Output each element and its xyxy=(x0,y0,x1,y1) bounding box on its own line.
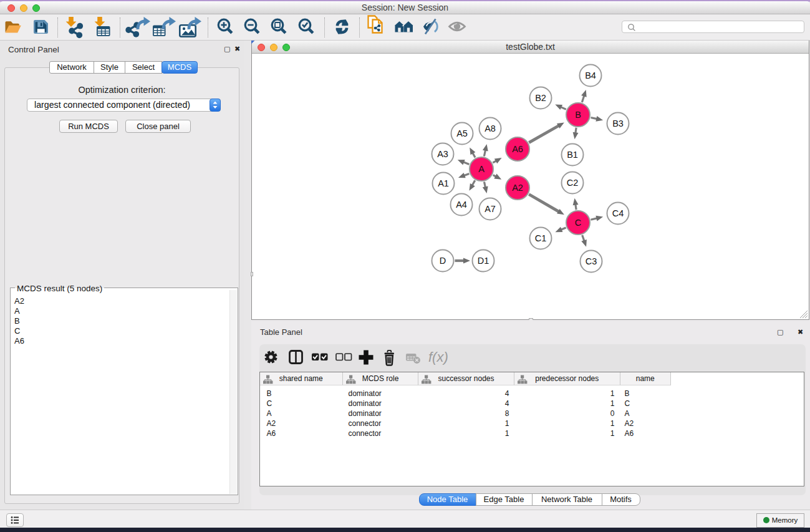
svg-text:A2: A2 xyxy=(512,183,523,193)
svg-text:A: A xyxy=(478,164,485,174)
svg-text:C2: C2 xyxy=(567,178,579,188)
svg-text:D: D xyxy=(440,256,446,266)
svg-text:A5: A5 xyxy=(456,128,468,138)
svg-text:A7: A7 xyxy=(485,204,496,214)
svg-text:D1: D1 xyxy=(478,256,489,266)
svg-text:B2: B2 xyxy=(535,93,546,103)
svg-text:C1: C1 xyxy=(535,233,547,243)
svg-text:A6: A6 xyxy=(512,144,523,154)
svg-text:A1: A1 xyxy=(438,178,449,188)
svg-text:A3: A3 xyxy=(437,149,448,159)
svg-text:A8: A8 xyxy=(485,123,496,133)
svg-text:C: C xyxy=(575,218,581,228)
svg-text:B: B xyxy=(575,110,581,120)
svg-text:A4: A4 xyxy=(456,200,467,210)
svg-text:B3: B3 xyxy=(612,118,624,128)
svg-text:B4: B4 xyxy=(585,70,596,80)
svg-text:B1: B1 xyxy=(567,150,578,160)
svg-text:f(x): f(x) xyxy=(428,349,448,365)
svg-text:C3: C3 xyxy=(586,256,597,266)
svg-text:C4: C4 xyxy=(612,208,624,218)
